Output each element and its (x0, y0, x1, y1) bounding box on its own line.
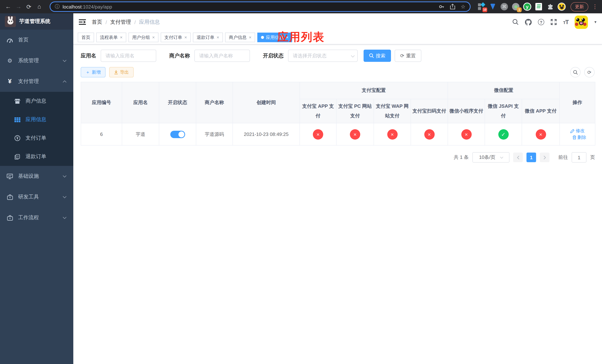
tab-process-form[interactable]: 流程表单× (96, 32, 126, 42)
chevron-right-icon (543, 155, 546, 160)
next-page-button[interactable] (540, 152, 549, 162)
page-unit-label: 页 (590, 154, 595, 161)
close-icon[interactable]: × (152, 35, 155, 40)
extension-kite-icon[interactable] (489, 3, 497, 11)
browser-reload-button[interactable]: ⟳ (24, 2, 33, 11)
sidebar-item-infrastructure[interactable]: 基础设施 (0, 166, 73, 187)
extension-badge: 10 (483, 7, 487, 12)
browser-forward-button[interactable]: → (14, 2, 23, 11)
address-bar[interactable]: ⓘ localhost:1024/pay/app ☆ (50, 1, 471, 12)
sidebar-item-label: 首页 (18, 37, 29, 43)
url-path: :1024/pay/app (82, 4, 112, 10)
sidebar-item-system[interactable]: ⚙ 系统管理 (0, 50, 73, 71)
tab-refund-orders[interactable]: 退款订单× (193, 32, 223, 42)
add-button[interactable]: ＋ 新增 (81, 67, 106, 77)
trash-icon (572, 135, 576, 139)
extension-command-icon[interactable]: ⌘ (500, 3, 508, 11)
shop-icon (14, 98, 20, 104)
col-created: 创建时间 (233, 82, 300, 123)
tab-payment-orders[interactable]: 支付订单× (161, 32, 191, 42)
group-wechat-config: 微信配置 (448, 82, 559, 99)
status-fail-icon: × (350, 129, 360, 139)
extension-notes-icon[interactable] (535, 3, 543, 11)
sidebar-item-app-info[interactable]: 应用信息 (0, 110, 73, 129)
extension-recorder-icon[interactable]: 1 (512, 3, 520, 11)
site-info-icon[interactable]: ⓘ (55, 3, 60, 10)
breadcrumb-home[interactable]: 首页 (92, 19, 102, 25)
status-select[interactable]: 请选择开启状态 (288, 50, 358, 62)
toggle-search-button[interactable] (570, 67, 580, 77)
app-table: 应用编号 应用名 开启状态 商户名称 创建时间 支付宝配置 微信配置 操作 支付… (81, 82, 595, 146)
chevron-down-icon (500, 155, 503, 159)
search-icon (573, 70, 578, 75)
page-size-select[interactable]: 10条/页 (473, 152, 509, 162)
page-number-current[interactable]: 1 (527, 152, 536, 162)
goto-page-input[interactable] (572, 152, 586, 162)
extension-emoji-icon[interactable] (558, 3, 566, 11)
omnibox-actions: ☆ (439, 4, 465, 10)
sidebar-item-payment[interactable]: ¥ 支付管理 (0, 71, 73, 92)
col-wechat-jsapi: 微信 JSAPI 支付 (485, 99, 522, 123)
browser-back-button[interactable]: ← (4, 2, 13, 11)
tab-user-group[interactable]: 用户分组× (129, 32, 159, 42)
sidebar-item-home[interactable]: 首页 (0, 30, 73, 50)
share-icon[interactable] (450, 4, 456, 10)
sidebar-item-label: 基础设施 (18, 173, 39, 180)
toolbox-icon (7, 194, 13, 200)
col-alipay-pc: 支付宝 PC 网站支付 (336, 99, 374, 123)
avatar-dropdown-icon[interactable]: ▾ (594, 20, 596, 24)
search-icon[interactable] (512, 19, 519, 25)
sidebar: 芋道管理系统 首页 ⚙ 系统管理 ¥ 支付管理 (0, 13, 73, 364)
goto-label: 前往 (558, 154, 568, 161)
download-icon (114, 70, 118, 75)
bookmark-star-icon[interactable]: ☆ (461, 4, 465, 10)
home-icon: ⌂ (37, 3, 41, 10)
sidebar-item-merchant-info[interactable]: 商户信息 (0, 92, 73, 110)
sidebar-item-dev-tools[interactable]: 研发工具 (0, 187, 73, 207)
fullscreen-icon[interactable] (550, 19, 557, 25)
browser-home-button[interactable]: ⌂ (35, 2, 44, 11)
reset-button[interactable]: ⟳ 重置 (395, 50, 421, 62)
extension-y-icon[interactable]: y (523, 3, 531, 11)
app-name-input[interactable] (101, 50, 156, 62)
prev-page-button[interactable] (513, 152, 523, 162)
close-icon[interactable]: × (216, 35, 219, 40)
sidebar-fold-button[interactable] (79, 19, 86, 25)
yen-circle-icon (14, 135, 20, 141)
extensions-puzzle-icon[interactable] (546, 3, 554, 11)
sidebar-item-label: 商户信息 (26, 98, 46, 104)
chrome-update-button[interactable]: 更新 (570, 2, 588, 11)
chevron-left-icon (517, 155, 519, 160)
search-button[interactable]: 搜索 (364, 50, 391, 62)
avatar[interactable] (575, 15, 588, 29)
delete-link[interactable]: 删除 (572, 134, 586, 140)
help-icon[interactable]: ? (538, 19, 544, 25)
app-title: 芋道管理系统 (19, 18, 50, 25)
close-icon[interactable]: × (249, 35, 251, 40)
tab-home[interactable]: 首页 (78, 32, 94, 42)
close-icon[interactable]: × (120, 35, 123, 40)
password-key-icon[interactable] (439, 4, 445, 10)
status-fail-icon: × (424, 129, 434, 139)
tab-merchant-info[interactable]: 商户信息× (225, 32, 255, 42)
font-size-icon[interactable]: TT (563, 19, 569, 25)
extension-sketch-icon[interactable]: 10 (477, 3, 485, 11)
sidebar-item-payment-orders[interactable]: 支付订单 (0, 129, 73, 147)
breadcrumb-payment[interactable]: 支付管理 (110, 19, 131, 25)
col-actions: 操作 (559, 82, 595, 123)
status-fail-icon: × (461, 129, 472, 139)
extension-badge: 1 (517, 7, 522, 12)
close-icon[interactable]: × (184, 35, 187, 40)
refresh-table-button[interactable]: ⟳ (584, 67, 595, 77)
chrome-menu-icon[interactable]: ⋮ (592, 3, 598, 10)
edit-link[interactable]: 修改 (570, 128, 585, 134)
sidebar-logo[interactable]: 芋道管理系统 (0, 13, 73, 30)
merchant-name-input[interactable] (194, 50, 250, 62)
export-button[interactable]: 导出 (109, 67, 134, 77)
chevron-down-icon (351, 54, 355, 57)
status-toggle[interactable] (170, 130, 185, 138)
sidebar-item-refund-orders[interactable]: 退款订单 (0, 147, 73, 166)
github-icon[interactable] (525, 19, 532, 25)
sidebar-item-workflow[interactable]: 工作流程 (0, 207, 73, 228)
total-count: 共 1 条 (454, 154, 469, 161)
